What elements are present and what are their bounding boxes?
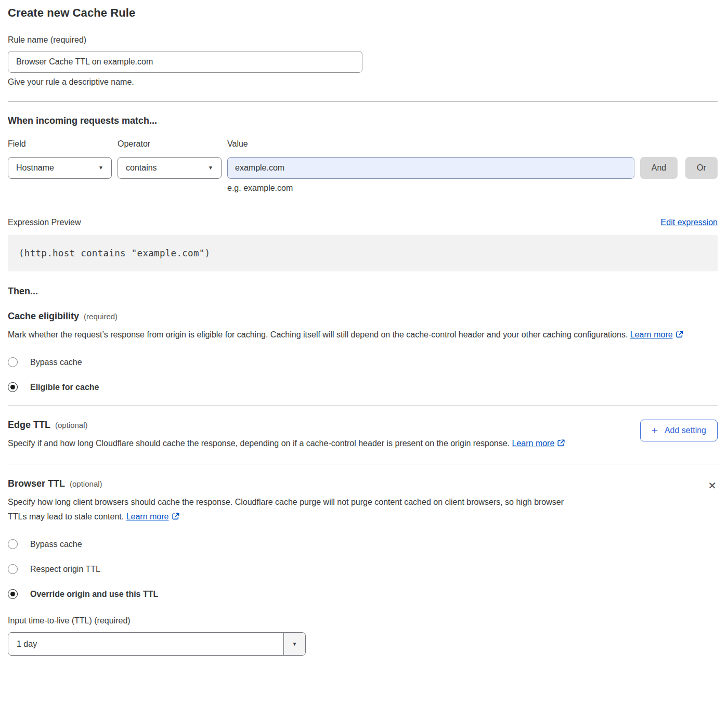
radio-icon[interactable] bbox=[8, 564, 18, 574]
field-select[interactable]: Hostname ▼ bbox=[8, 157, 112, 179]
section-divider bbox=[8, 464, 718, 464]
then-heading: Then... bbox=[8, 286, 718, 297]
radio-icon[interactable] bbox=[8, 382, 18, 392]
operator-label: Operator bbox=[118, 139, 222, 149]
match-heading: When incoming requests match... bbox=[8, 115, 718, 126]
radio-option-bypass-cache[interactable]: Bypass cache bbox=[8, 539, 718, 549]
operator-column: Operator contains ▼ bbox=[118, 139, 222, 179]
chevron-down-icon: ▼ bbox=[208, 165, 213, 171]
edge-ttl-section: Edge TTL(optional) Specify if and how lo… bbox=[8, 420, 718, 451]
match-section: When incoming requests match... Field Ho… bbox=[8, 115, 718, 193]
close-icon[interactable]: ✕ bbox=[707, 479, 718, 492]
ttl-select[interactable]: 1 day ▼ bbox=[8, 632, 306, 656]
browser-ttl-heading: Browser TTL bbox=[8, 478, 65, 489]
edge-ttl-description: Specify if and how long Cloudflare shoul… bbox=[8, 436, 565, 451]
expression-preview-label: Expression Preview bbox=[8, 218, 81, 227]
expression-section: Expression Preview Edit expression (http… bbox=[8, 218, 718, 271]
plus-icon: + bbox=[652, 425, 658, 436]
radio-option-respect-origin-ttl[interactable]: Respect origin TTL bbox=[8, 564, 718, 574]
or-button[interactable]: Or bbox=[685, 157, 718, 179]
chevron-down-icon: ▼ bbox=[98, 165, 103, 171]
chevron-down-icon[interactable]: ▼ bbox=[283, 633, 305, 655]
rule-name-section: Rule name (required) Give your rule a de… bbox=[8, 35, 718, 87]
expression-code: (http.host contains "example.com") bbox=[8, 235, 718, 271]
browser-ttl-learn-more-link[interactable]: Learn more bbox=[126, 512, 169, 521]
edge-ttl-heading: Edge TTL bbox=[8, 420, 50, 430]
external-link-icon bbox=[172, 512, 180, 520]
ttl-label: Input time-to-live (TTL) (required) bbox=[8, 616, 718, 625]
cache-eligibility-description: Mark whether the request’s response from… bbox=[8, 328, 707, 342]
rule-name-label: Rule name (required) bbox=[8, 35, 718, 45]
cache-eligibility-section: Cache eligibility(required) Mark whether… bbox=[8, 311, 718, 392]
operator-select[interactable]: contains ▼ bbox=[118, 157, 222, 179]
cache-eligibility-learn-more-link[interactable]: Learn more bbox=[630, 330, 673, 339]
value-column: Value e.g. example.com bbox=[227, 139, 634, 193]
rule-name-input[interactable] bbox=[8, 51, 362, 73]
edit-expression-link[interactable]: Edit expression bbox=[661, 218, 718, 227]
radio-icon[interactable] bbox=[8, 357, 18, 367]
rule-name-help: Give your rule a descriptive name. bbox=[8, 77, 718, 87]
cache-eligibility-qualifier: (required) bbox=[84, 312, 118, 321]
add-setting-button[interactable]: + Add setting bbox=[640, 420, 718, 441]
external-link-icon bbox=[557, 439, 565, 447]
and-button[interactable]: And bbox=[640, 157, 678, 179]
browser-ttl-section: Browser TTL(optional) Specify how long c… bbox=[8, 478, 718, 656]
create-cache-rule-form: Create new Cache Rule Rule name (require… bbox=[8, 6, 718, 656]
edge-ttl-qualifier: (optional) bbox=[55, 421, 88, 429]
radio-option-eligible-for-cache[interactable]: Eligible for cache bbox=[8, 382, 718, 392]
radio-icon[interactable] bbox=[8, 589, 18, 599]
field-label: Field bbox=[8, 139, 112, 149]
page-title: Create new Cache Rule bbox=[8, 6, 718, 20]
browser-ttl-qualifier: (optional) bbox=[70, 479, 102, 488]
ttl-select-value: 1 day bbox=[8, 633, 283, 655]
field-column: Field Hostname ▼ bbox=[8, 139, 112, 179]
value-input[interactable] bbox=[227, 157, 634, 179]
section-divider bbox=[8, 405, 718, 406]
edge-ttl-learn-more-link[interactable]: Learn more bbox=[512, 439, 555, 448]
ttl-input-block: Input time-to-live (TTL) (required) 1 da… bbox=[8, 616, 718, 656]
external-link-icon bbox=[675, 330, 684, 338]
radio-icon[interactable] bbox=[8, 539, 18, 549]
value-label: Value bbox=[227, 139, 634, 149]
cache-eligibility-heading: Cache eligibility bbox=[8, 311, 79, 321]
match-row: Field Hostname ▼ Operator contains ▼ Val… bbox=[8, 139, 718, 193]
field-select-value: Hostname bbox=[16, 163, 54, 173]
radio-option-bypass-cache[interactable]: Bypass cache bbox=[8, 357, 718, 367]
browser-ttl-description: Specify how long client browsers should … bbox=[8, 495, 569, 524]
value-help: e.g. example.com bbox=[227, 184, 634, 193]
section-divider bbox=[8, 101, 718, 102]
radio-option-override-origin-ttl[interactable]: Override origin and use this TTL bbox=[8, 589, 718, 599]
operator-select-value: contains bbox=[126, 163, 157, 173]
